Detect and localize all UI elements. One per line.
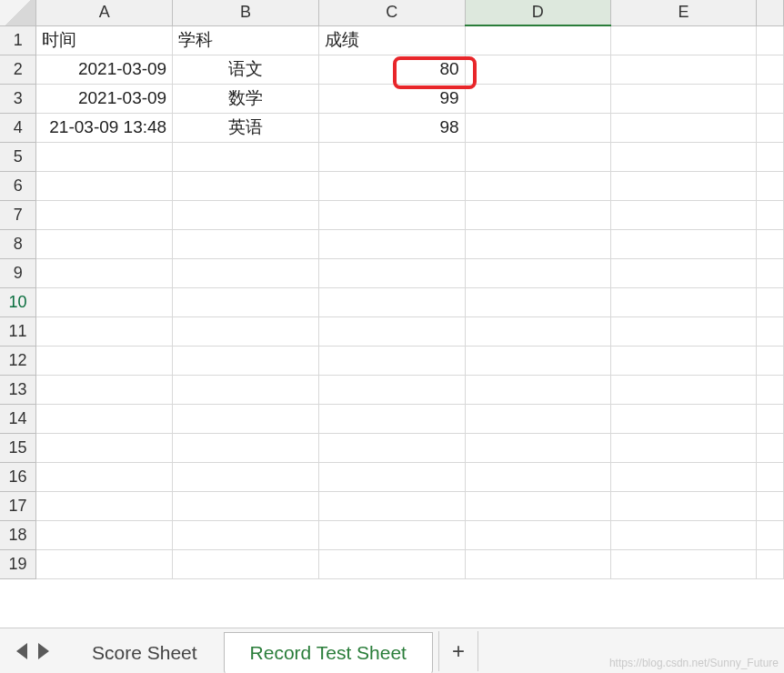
- row-header-18[interactable]: 18: [0, 520, 36, 549]
- tab-nav-prev-icon[interactable]: [16, 643, 27, 659]
- cell-B8[interactable]: [173, 229, 319, 258]
- cell-E15[interactable]: [610, 433, 756, 462]
- cell-D2[interactable]: [465, 55, 610, 84]
- cell-F11[interactable]: [757, 316, 784, 346]
- cell-A5[interactable]: [36, 142, 173, 171]
- cell-D16[interactable]: [465, 462, 610, 491]
- cell-B16[interactable]: [173, 462, 319, 491]
- cell-A9[interactable]: [36, 258, 173, 287]
- cell-E9[interactable]: [610, 258, 756, 287]
- cell-D7[interactable]: [465, 200, 610, 229]
- row-header-4[interactable]: 4: [0, 113, 36, 142]
- cell-A4[interactable]: 21-03-09 13:48: [36, 113, 173, 142]
- cell-B6[interactable]: [173, 171, 319, 200]
- cell-D15[interactable]: [465, 433, 610, 462]
- row-header-15[interactable]: 15: [0, 433, 36, 462]
- cell-A7[interactable]: [36, 200, 173, 229]
- row-header-9[interactable]: 9: [0, 258, 36, 287]
- cell-F5[interactable]: [757, 142, 784, 171]
- cell-E3[interactable]: [610, 84, 756, 113]
- cell-B14[interactable]: [173, 404, 319, 433]
- cell-C2[interactable]: 80: [318, 55, 465, 84]
- cell-E7[interactable]: [610, 200, 756, 229]
- cell-B19[interactable]: [173, 549, 319, 578]
- col-header-F[interactable]: [757, 0, 784, 25]
- row-header-19[interactable]: 19: [0, 549, 36, 578]
- tab-nav-next-icon[interactable]: [38, 643, 49, 659]
- cell-F19[interactable]: [757, 549, 784, 578]
- cell-F13[interactable]: [757, 375, 784, 404]
- cell-C9[interactable]: [318, 258, 465, 287]
- row-header-8[interactable]: 8: [0, 229, 36, 258]
- cell-A11[interactable]: [36, 316, 173, 346]
- cell-C5[interactable]: [318, 142, 465, 171]
- cell-F9[interactable]: [757, 258, 784, 287]
- row-header-16[interactable]: 16: [0, 462, 36, 491]
- col-header-C[interactable]: C: [318, 0, 465, 25]
- row-header-3[interactable]: 3: [0, 84, 36, 113]
- cell-E8[interactable]: [610, 229, 756, 258]
- cell-E11[interactable]: [610, 316, 756, 346]
- cell-B3[interactable]: 数学: [173, 84, 319, 113]
- cell-B4[interactable]: 英语: [173, 113, 319, 142]
- cell-F1[interactable]: [757, 25, 784, 55]
- row-header-13[interactable]: 13: [0, 375, 36, 404]
- cell-A15[interactable]: [36, 433, 173, 462]
- cell-B13[interactable]: [173, 375, 319, 404]
- cell-F3[interactable]: [757, 84, 784, 113]
- cell-D12[interactable]: [465, 346, 610, 375]
- cell-E14[interactable]: [610, 404, 756, 433]
- cell-D11[interactable]: [465, 316, 610, 346]
- cell-A12[interactable]: [36, 346, 173, 375]
- row-header-1[interactable]: 1: [0, 25, 36, 55]
- cell-D13[interactable]: [465, 375, 610, 404]
- cell-F2[interactable]: [757, 55, 784, 84]
- cell-B12[interactable]: [173, 346, 319, 375]
- cell-F18[interactable]: [757, 520, 784, 549]
- row-header-12[interactable]: 12: [0, 346, 36, 375]
- cell-D6[interactable]: [465, 171, 610, 200]
- cell-D8[interactable]: [465, 229, 610, 258]
- cell-B18[interactable]: [173, 520, 319, 549]
- cell-F6[interactable]: [757, 171, 784, 200]
- cell-D9[interactable]: [465, 258, 610, 287]
- col-header-E[interactable]: E: [610, 0, 756, 25]
- cell-C19[interactable]: [318, 549, 465, 578]
- cell-A13[interactable]: [36, 375, 173, 404]
- cell-C10[interactable]: [318, 287, 465, 316]
- cell-B10[interactable]: [173, 287, 319, 316]
- cell-C13[interactable]: [318, 375, 465, 404]
- cell-C1[interactable]: 成绩: [318, 25, 465, 55]
- cell-F12[interactable]: [757, 346, 784, 375]
- cell-D19[interactable]: [465, 549, 610, 578]
- row-header-14[interactable]: 14: [0, 404, 36, 433]
- cell-B2[interactable]: 语文: [173, 55, 319, 84]
- cell-E16[interactable]: [610, 462, 756, 491]
- cell-F8[interactable]: [757, 229, 784, 258]
- cell-C12[interactable]: [318, 346, 465, 375]
- cell-A3[interactable]: 2021-03-09: [36, 84, 173, 113]
- row-header-17[interactable]: 17: [0, 491, 36, 520]
- cell-C4[interactable]: 98: [318, 113, 465, 142]
- cell-E6[interactable]: [610, 171, 756, 200]
- cell-F15[interactable]: [757, 433, 784, 462]
- cell-A18[interactable]: [36, 520, 173, 549]
- cell-D1[interactable]: [465, 25, 610, 55]
- cell-E10[interactable]: [610, 287, 756, 316]
- cell-A8[interactable]: [36, 229, 173, 258]
- cell-B11[interactable]: [173, 316, 319, 346]
- cell-B7[interactable]: [173, 200, 319, 229]
- cell-C17[interactable]: [318, 491, 465, 520]
- cell-E2[interactable]: [610, 55, 756, 84]
- cell-C8[interactable]: [318, 229, 465, 258]
- cell-E12[interactable]: [610, 346, 756, 375]
- cell-A6[interactable]: [36, 171, 173, 200]
- cell-A2[interactable]: 2021-03-09: [36, 55, 173, 84]
- cell-C6[interactable]: [318, 171, 465, 200]
- row-header-2[interactable]: 2: [0, 55, 36, 84]
- cell-C16[interactable]: [318, 462, 465, 491]
- cell-C11[interactable]: [318, 316, 465, 346]
- add-sheet-button[interactable]: +: [438, 631, 478, 671]
- col-header-D[interactable]: D: [465, 0, 610, 25]
- cell-E17[interactable]: [610, 491, 756, 520]
